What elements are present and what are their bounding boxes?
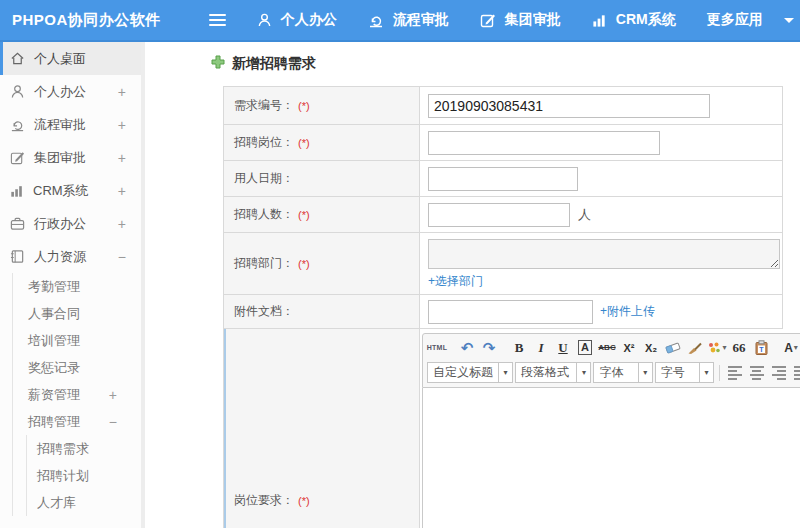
recruitment-form: 需求编号： (*) 招聘岗位： (*) 用人日期：	[223, 86, 783, 528]
caret-down-icon: ▾	[498, 363, 512, 382]
briefcase-icon	[10, 216, 25, 231]
nav-workflow-approval[interactable]: 流程审批	[368, 11, 449, 29]
department-textarea[interactable]	[428, 239, 780, 269]
main-content: 新增招聘需求 需求编号： (*) 招聘岗位： (*)	[145, 42, 800, 528]
italic-icon[interactable]: I	[531, 338, 551, 358]
bar-chart-icon	[592, 13, 607, 28]
form-row-headcount: 招聘人数： (*) 人	[224, 197, 783, 233]
sidebar-item-personal-office[interactable]: 个人办公 +	[0, 75, 141, 108]
select-department-link[interactable]: +选择部门	[428, 273, 483, 290]
paragraph-format-select[interactable]: 段落格式▾	[515, 362, 591, 383]
hamburger-menu-icon[interactable]	[209, 14, 226, 26]
nav-personal-office[interactable]: 个人办公	[257, 11, 337, 29]
field-label: 招聘岗位：	[234, 134, 294, 151]
required-mark: (*)	[298, 209, 310, 221]
sidebar-item-crm[interactable]: CRM系统 +	[0, 174, 141, 207]
page-title: 新增招聘需求	[211, 55, 316, 73]
sidebar-item-hr-contract[interactable]: 人事合同	[13, 300, 141, 327]
position-input[interactable]	[428, 131, 660, 155]
align-justify-icon[interactable]	[794, 366, 800, 380]
underline-icon[interactable]: U	[553, 338, 573, 358]
redo-icon[interactable]: ↷	[479, 338, 499, 358]
expand-toggle[interactable]: +	[118, 117, 126, 133]
nav-crm-system[interactable]: CRM系统	[592, 11, 676, 29]
font-color-icon[interactable]: A▾	[781, 338, 800, 358]
sidebar-item-workflow-approval[interactable]: 流程审批 +	[0, 108, 141, 141]
undo-icon[interactable]: ↶	[457, 338, 477, 358]
sidebar-item-recruit-need[interactable]: 招聘需求	[27, 435, 141, 462]
flow-icon	[10, 117, 25, 132]
format-brush-icon[interactable]: ▾	[707, 338, 727, 358]
app-logo: PHPOA协同办公软件	[12, 11, 161, 30]
superscript-icon[interactable]: X²	[619, 338, 639, 358]
bold-icon[interactable]: B	[509, 338, 529, 358]
expand-toggle[interactable]: +	[109, 387, 117, 403]
caret-down-icon: ▾	[699, 363, 713, 382]
sidebar-item-hr[interactable]: 人力资源 −	[0, 240, 141, 273]
clean-brush-icon[interactable]	[685, 338, 705, 358]
form-row-request-number: 需求编号： (*)	[224, 87, 783, 125]
editor-content-area[interactable]	[422, 388, 800, 528]
subscript-icon[interactable]: X₂	[641, 338, 661, 358]
align-right-icon[interactable]	[772, 366, 786, 380]
auto-format-icon[interactable]: A	[578, 340, 592, 355]
field-label: 附件文档：	[234, 303, 294, 320]
nav-group-approval[interactable]: 集团审批	[480, 11, 561, 29]
caret-down-icon: ▾	[638, 363, 652, 382]
blockquote-icon[interactable]: 66	[729, 338, 749, 358]
field-label: 招聘部门：	[234, 255, 294, 272]
sidebar-item-rewards[interactable]: 奖惩记录	[13, 354, 141, 381]
form-row-job-requirements: 岗位要求： (*) HTML ↶ ↷ B	[224, 329, 783, 528]
form-row-department: 招聘部门： (*) +选择部门	[224, 233, 783, 295]
sidebar-item-training[interactable]: 培训管理	[13, 327, 141, 354]
sidebar-item-recruitment[interactable]: 招聘管理 −	[13, 408, 141, 435]
request-number-input[interactable]	[428, 94, 710, 118]
editor-toolbar: HTML ↶ ↷ B I U A ABC X²	[422, 333, 800, 388]
sidebar-item-admin-office[interactable]: 行政办公 +	[0, 207, 141, 240]
caret-down-icon: ▾	[722, 343, 726, 352]
hire-date-input[interactable]	[428, 167, 578, 191]
font-size-select[interactable]: 字号▾	[655, 362, 714, 383]
home-icon	[10, 51, 25, 66]
paste-icon[interactable]: T	[751, 338, 771, 358]
edit-icon	[480, 12, 496, 28]
hr-submenu: 考勤管理 人事合同 培训管理 奖惩记录 薪资管理 + 招聘管理 − 招聘需求 招…	[12, 273, 141, 516]
align-center-icon[interactable]	[750, 366, 764, 380]
caret-down-icon	[784, 18, 794, 23]
top-navbar: PHPOA协同办公软件 个人办公 流程审批 集团审批 CRM系统 更多应用	[0, 0, 800, 42]
svg-text:T: T	[759, 346, 764, 353]
sidebar-item-salary[interactable]: 薪资管理 +	[13, 381, 141, 408]
nav-more-apps[interactable]: 更多应用	[707, 11, 794, 29]
sidebar-item-attendance[interactable]: 考勤管理	[13, 273, 141, 300]
book-icon	[10, 249, 25, 264]
sidebar-item-desktop[interactable]: 个人桌面	[0, 42, 141, 75]
expand-toggle[interactable]: +	[118, 216, 126, 232]
field-label: 招聘人数：	[234, 206, 294, 223]
sidebar-item-recruit-plan[interactable]: 招聘计划	[27, 462, 141, 489]
sidebar-item-talent-pool[interactable]: 人才库	[27, 489, 141, 516]
caret-down-icon: ▾	[576, 363, 590, 382]
expand-toggle[interactable]: +	[118, 84, 126, 100]
sidebar-item-group-approval[interactable]: 集团审批 +	[0, 141, 141, 174]
required-mark: (*)	[298, 137, 310, 149]
sidebar: 个人桌面 个人办公 + 流程审批 + 集团审批 +	[0, 42, 145, 528]
style-select[interactable]: 自定义标题▾	[427, 362, 513, 383]
user-icon	[257, 12, 272, 28]
headcount-input[interactable]	[428, 203, 570, 227]
flow-icon	[368, 12, 384, 28]
align-left-icon[interactable]	[728, 366, 742, 380]
attachment-upload-link[interactable]: +附件上传	[600, 303, 655, 320]
html-source-icon[interactable]: HTML	[427, 338, 447, 358]
strikethrough-icon[interactable]: ABC	[597, 338, 617, 358]
form-row-position: 招聘岗位： (*)	[224, 125, 783, 161]
expand-toggle[interactable]: +	[118, 183, 126, 199]
attachment-input[interactable]	[428, 300, 593, 324]
required-mark: (*)	[298, 100, 310, 112]
font-family-select[interactable]: 字体▾	[593, 362, 652, 383]
expand-toggle[interactable]: +	[118, 150, 126, 166]
bar-chart-icon	[10, 184, 24, 198]
expand-toggle[interactable]: −	[118, 249, 126, 265]
eraser-icon[interactable]	[663, 338, 683, 358]
field-label: 岗位要求：	[234, 492, 294, 509]
expand-toggle[interactable]: −	[109, 414, 117, 430]
